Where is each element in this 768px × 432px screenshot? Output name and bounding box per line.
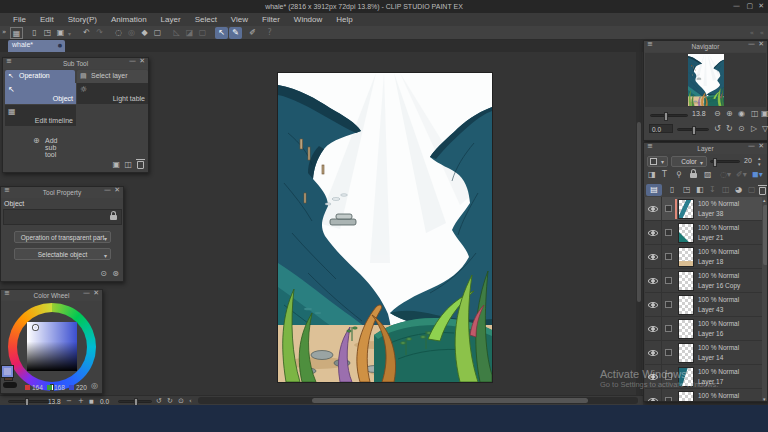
visibility-eye-icon[interactable] [648,350,658,356]
layer-thumbnail[interactable] [678,367,694,387]
layer-name[interactable]: Layer 43 [698,306,723,313]
layer-thumbnail[interactable] [678,391,694,402]
flip-horizontal-icon[interactable]: ▷ [751,125,757,133]
menu-select[interactable]: Select [188,15,224,24]
collapse-icon[interactable]: ‹ [189,398,192,405]
layer-thumbnail[interactable] [678,199,694,219]
new-subtool-icon[interactable]: ▣ [112,161,120,169]
zoom-out-icon[interactable]: ⊖ [714,110,721,118]
navigator-header[interactable]: ≡ Navigator — ✕ [644,41,767,52]
layer-thumbnail[interactable] [678,319,694,339]
clip-to-layer-icon[interactable]: ◨ [648,171,656,179]
visibility-eye-icon[interactable] [648,302,658,308]
transform-icon[interactable]: ▢ [151,27,164,39]
layer-view-mode-icon[interactable]: ▤ [646,184,662,196]
reset-rotate-icon[interactable]: ⊙ [738,125,745,133]
canvas[interactable] [278,73,492,382]
layer-row-18[interactable]: 100 % Normal Layer 18 [645,245,762,269]
zoom-in-icon[interactable]: ⊕ [726,110,733,118]
pen-tool-icon[interactable]: ✐ [246,27,259,39]
eyedropper-icon[interactable]: ⊙ [100,270,107,278]
blend-mode-dropdown[interactable]: Color ▾ [671,156,707,167]
layer-row-19-copy[interactable]: 100 % Normal Layer 19 Copy [645,389,762,402]
menu-help[interactable]: Help [329,15,359,24]
menu-edit[interactable]: Edit [33,15,61,24]
visibility-eye-icon[interactable] [648,398,658,402]
zoom-out-icon[interactable]: − [66,398,72,405]
selectable-object-dropdown[interactable]: Selectable object ▾ [14,248,111,260]
vertical-scrollbar-thumb[interactable] [637,122,641,302]
scroll-down-icon[interactable]: ▾ [763,397,766,402]
document-tab[interactable]: whale* ● [8,40,65,52]
layer-row-16-copy[interactable]: 100 % Normal Layer 16 Copy [645,269,762,293]
approx-color-icon[interactable] [3,382,17,388]
color-mode-toggle-icon[interactable]: ◎ [91,382,98,390]
close-icon[interactable]: ✕ [758,3,764,10]
menu-view[interactable]: View [224,15,255,24]
help-tool-icon[interactable]: ? [263,27,276,39]
redo-icon[interactable]: ↷ [93,27,106,39]
layer-checkbox[interactable] [665,349,672,356]
rotate-ccw-icon[interactable]: ↺ [156,398,162,405]
visibility-eye-icon[interactable] [648,278,658,284]
layer-thumbnail[interactable] [678,343,694,363]
new-folder-icon[interactable]: ◧ [696,186,704,194]
panel-minimize-icon[interactable]: — [129,58,136,65]
layer-opacity-slider[interactable] [710,160,740,163]
delete-subtool-icon[interactable] [137,161,144,169]
object-tool-icon[interactable]: ↖ [215,27,228,39]
layer-name[interactable]: Layer 21 [698,234,723,241]
layer-thumbnail[interactable] [678,247,694,267]
export-icon[interactable]: ▣ [54,27,67,39]
layer-thumbnail[interactable] [678,295,694,315]
reference-layer-icon[interactable]: ◌▾ [720,171,731,179]
fit-screen-icon[interactable]: ■ [89,399,94,404]
transparent-part-dropdown[interactable]: Operation of transparent part ▾ [14,231,111,243]
layer-row-43[interactable]: 100 % Normal Layer 43 [645,293,762,317]
visibility-eye-icon[interactable] [648,254,658,260]
export-caret-icon[interactable]: ▾ [68,31,71,37]
scroll-up-icon[interactable]: ▴ [763,198,766,203]
minimize-icon[interactable]: — [733,3,740,10]
rotate-cw-icon[interactable]: ↻ [167,398,173,405]
sub-tool-panel-header[interactable]: ≡ Sub Tool — ✕ [3,58,148,69]
invert-select-icon[interactable]: ◺ [170,27,183,39]
rotation-value-box[interactable]: 0.0 [649,124,673,133]
select-area-icon[interactable]: ◌ [112,27,125,39]
layer-thumbnail[interactable] [678,271,694,291]
menu-layer[interactable]: Layer [154,15,188,24]
panel-menu-icon[interactable]: ≡ [647,143,653,150]
scrollbar-thumb[interactable] [763,205,768,265]
main-color-swatch[interactable] [2,366,13,377]
sub-tool-light-table[interactable]: ☼ Light table [77,83,148,104]
status-rotate-slider[interactable] [118,400,152,403]
rotate-cw-icon[interactable]: ↻ [726,125,733,133]
actual-size-icon[interactable]: ◉ [738,110,745,118]
menu-story[interactable]: Story(P) [61,15,104,24]
lock-layer-icon[interactable] [690,173,697,178]
color-wheel-header[interactable]: ≡ Color Wheel — ✕ [1,290,102,301]
fit-to-screen-icon[interactable]: ▣ [761,110,768,118]
visibility-eye-icon[interactable] [648,326,658,332]
layer-name[interactable]: Layer 16 [698,330,723,337]
layer-list-scrollbar[interactable]: ▴ ▾ [762,197,768,402]
draft-layer-icon[interactable]: ✐▾ [736,171,747,179]
lock-icon[interactable] [110,215,117,220]
layer-thumbnail[interactable] [678,223,694,243]
pin-layer-icon[interactable]: ⚲ [676,171,682,179]
color-picker-marker[interactable] [33,325,38,330]
palette-color-dropdown[interactable]: ▾ [647,156,668,167]
panel-menu-icon[interactable]: ≡ [647,41,653,48]
menu-window[interactable]: Window [287,15,329,24]
layer-row-17[interactable]: 100 % Normal Layer 17 [645,365,762,389]
horizontal-scrollbar-thumb[interactable] [312,398,588,403]
delete-layer-icon[interactable] [759,187,766,195]
layer-checkbox[interactable] [665,229,672,236]
panel-minimize-icon[interactable]: — [748,143,755,150]
apply-mask-icon[interactable]: ▢ [748,186,756,194]
sub-tool-edit-timeline[interactable]: ▦ Edit timeline [5,105,76,126]
undo-icon[interactable]: ↶ [80,27,93,39]
zoom-in-icon[interactable]: + [78,398,84,405]
flip-vertical-icon[interactable]: ▽ [762,125,768,133]
new-raster-layer-icon[interactable]: ▯ [670,186,674,194]
